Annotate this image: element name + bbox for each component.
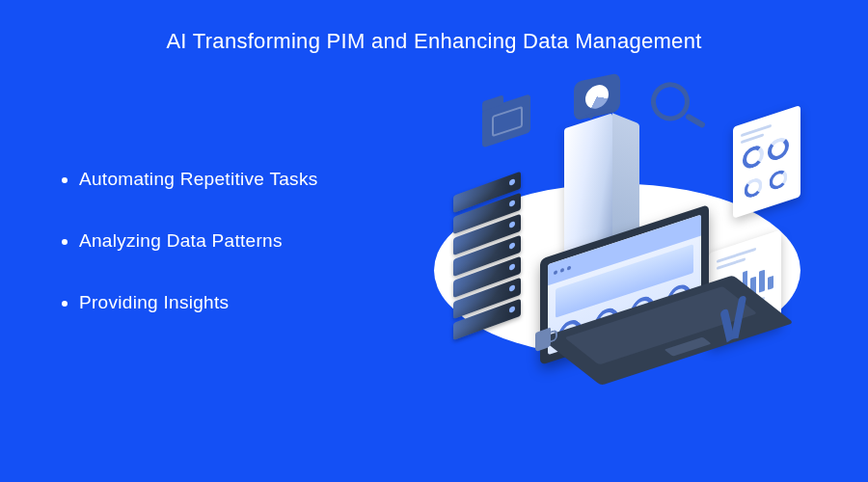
folder-icon	[482, 94, 530, 147]
iso-scene	[424, 77, 810, 386]
bullet-item: Analyzing Data Patterns	[79, 230, 424, 252]
bullet-item: Automating Repetitive Tasks	[79, 169, 424, 190]
plant-icon	[723, 298, 743, 343]
bullet-item: Providing Insights	[79, 292, 424, 313]
magnifier-icon	[647, 78, 694, 125]
laptop-icon	[540, 231, 733, 405]
bullet-list: Automating Repetitive Tasks Analyzing Da…	[58, 159, 424, 354]
server-rack-icon	[453, 183, 521, 332]
document-rings-icon	[733, 105, 800, 219]
isometric-illustration	[424, 54, 810, 459]
slide-title: AI Transforming PIM and Enhancing Data M…	[0, 0, 868, 54]
slide-content: Automating Repetitive Tasks Analyzing Da…	[0, 54, 868, 459]
pie-icon	[585, 83, 609, 111]
